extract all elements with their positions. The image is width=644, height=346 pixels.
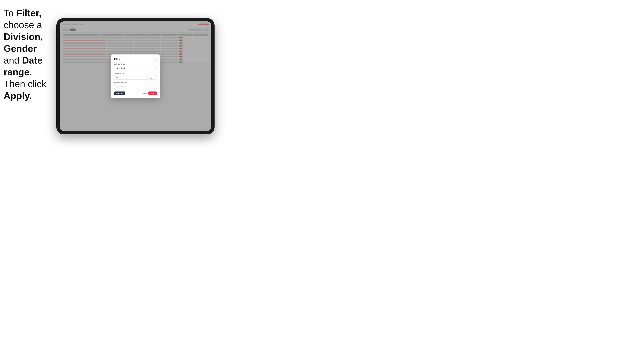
gender-label: Select gender	[114, 72, 157, 74]
division-select-value: NCAA Division I	[116, 67, 149, 69]
division-form-group: Select a division NCAA Division I × ⌃⌄	[114, 63, 157, 70]
gender-select[interactable]: Men × ⌃⌄	[114, 75, 157, 80]
gender-select-icons: × ⌃⌄	[149, 76, 152, 79]
instruction-line4: Then click Apply.	[4, 79, 46, 101]
gender-form-group: Select gender Men × ⌃⌄	[114, 72, 157, 80]
instruction-line3: and Date range.	[4, 55, 42, 77]
gender-clear-icon[interactable]: ×	[149, 76, 150, 78]
tablet-frame: Filter × Select a division NCAA Division…	[56, 18, 214, 134]
division-label: Select a division	[114, 63, 157, 65]
clear-filter-button[interactable]: Clear filter	[114, 91, 125, 95]
date-placeholder: Pick a date	[119, 86, 127, 87]
apply-button[interactable]: Apply	[148, 91, 157, 95]
gender-chevron-icon: ⌃⌄	[151, 76, 152, 79]
date-form-group: Select Date range 📅 Pick a date	[114, 82, 157, 89]
modal-close-button[interactable]: ×	[154, 58, 157, 61]
modal-footer: Clear filter Cancel Apply	[114, 91, 157, 95]
modal-overlay: Filter × Select a division NCAA Division…	[60, 21, 211, 131]
modal-footer-right: Cancel Apply	[143, 91, 157, 95]
division-select[interactable]: NCAA Division I × ⌃⌄	[114, 66, 157, 70]
date-label: Select Date range	[114, 82, 157, 84]
division-clear-icon[interactable]: ×	[149, 67, 150, 69]
instruction-line1: To Filter, choose a	[4, 8, 42, 30]
division-select-icons: × ⌃⌄	[149, 66, 152, 70]
division-chevron-icon: ⌃⌄	[151, 66, 152, 70]
calendar-icon: 📅	[116, 86, 118, 87]
instruction-line2: Division, Gender	[4, 31, 43, 54]
modal-header: Filter ×	[114, 58, 157, 61]
filter-modal: Filter × Select a division NCAA Division…	[111, 54, 160, 98]
tablet-screen: Filter × Select a division NCAA Division…	[60, 21, 211, 131]
modal-title: Filter	[114, 58, 120, 60]
cancel-button[interactable]: Cancel	[143, 92, 147, 94]
gender-select-value: Men	[116, 76, 149, 78]
date-input[interactable]: 📅 Pick a date	[114, 84, 157, 89]
instruction-text: To Filter, choose a Division, Gender and…	[4, 7, 60, 102]
